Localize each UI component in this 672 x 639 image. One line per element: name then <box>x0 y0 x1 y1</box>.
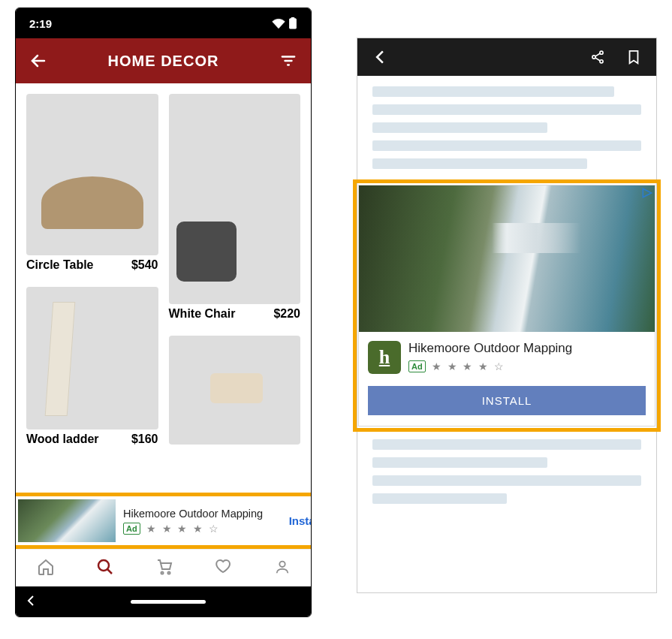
text-placeholder <box>372 104 641 115</box>
share-button[interactable] <box>586 45 610 69</box>
ad-rating: ★ ★ ★ ★ ☆ <box>432 360 506 372</box>
product-card[interactable]: Wood ladder $160 <box>26 287 158 446</box>
svg-point-2 <box>98 560 109 571</box>
adchoices-icon[interactable] <box>641 187 653 199</box>
product-image <box>26 94 158 255</box>
android-nav-bar <box>16 586 311 616</box>
status-time: 2:19 <box>29 17 52 30</box>
phone-right: h Hikemoore Outdoor Mapping Ad ★ ★ ★ ★ ☆… <box>357 38 657 593</box>
ad-app-icon: h <box>368 341 401 374</box>
product-grid[interactable]: Circle Table $540 Wood ladder $160 <box>16 83 311 493</box>
ad-title: Hikemoore Outdoor Mapping <box>123 508 282 520</box>
phone-left: 2:19 HOME DECOR Circle Table $540 <box>15 8 312 617</box>
text-placeholder <box>372 493 507 504</box>
product-name: Wood ladder <box>26 433 99 446</box>
text-placeholder <box>372 122 547 133</box>
product-name: White Chair <box>169 307 236 321</box>
status-bar: 2:19 <box>16 8 311 38</box>
product-price: $160 <box>131 433 158 446</box>
wifi-icon <box>272 18 285 29</box>
system-home-pill[interactable] <box>131 600 206 604</box>
svg-rect-1 <box>291 17 294 19</box>
system-back[interactable] <box>26 594 35 610</box>
install-button[interactable]: INSTALL <box>368 386 646 415</box>
nav-favorites[interactable] <box>215 558 233 579</box>
product-image <box>169 94 301 304</box>
article-app-bar <box>357 38 656 76</box>
product-card[interactable]: Circle Table $540 <box>26 94 158 272</box>
page-title: HOME DECOR <box>108 53 219 70</box>
ad-rating: ★ ★ ★ ★ ☆ <box>146 523 221 535</box>
inline-ad[interactable]: h Hikemoore Outdoor Mapping Ad ★ ★ ★ ★ ☆… <box>358 185 655 427</box>
svg-point-3 <box>161 571 163 574</box>
nav-search[interactable] <box>96 558 114 579</box>
product-image <box>169 336 301 445</box>
text-placeholder <box>372 439 641 450</box>
product-price: $220 <box>273 307 300 321</box>
status-icons <box>272 17 297 29</box>
svg-point-5 <box>279 561 285 566</box>
install-link[interactable]: Install <box>289 514 312 527</box>
svg-rect-0 <box>290 19 297 29</box>
ad-image <box>18 499 116 542</box>
text-placeholder <box>372 86 614 97</box>
back-button[interactable] <box>368 45 392 69</box>
product-image <box>26 287 158 430</box>
product-card[interactable]: White Chair $220 <box>169 94 301 321</box>
battery-icon <box>288 17 297 29</box>
product-price: $540 <box>131 258 158 272</box>
svg-point-4 <box>167 571 170 574</box>
text-placeholder <box>372 475 641 486</box>
ad-body: Hikemoore Outdoor Mapping Ad ★ ★ ★ ★ ☆ <box>123 508 282 535</box>
nav-profile[interactable] <box>274 559 291 578</box>
ad-badge: Ad <box>123 523 140 535</box>
text-placeholder <box>372 158 587 169</box>
product-name: Circle Table <box>26 258 94 272</box>
bottom-nav <box>16 549 311 586</box>
ad-title: Hikemoore Outdoor Mapping <box>408 341 572 356</box>
text-placeholder <box>372 140 641 151</box>
text-placeholder <box>372 457 547 468</box>
product-card[interactable] <box>169 336 301 445</box>
article-body-top <box>357 76 656 179</box>
ad-hero-image <box>359 185 655 332</box>
inline-ad-highlight: h Hikemoore Outdoor Mapping Ad ★ ★ ★ ★ ☆… <box>353 179 661 432</box>
nav-cart[interactable] <box>155 558 173 579</box>
banner-ad[interactable]: Hikemoore Outdoor Mapping Ad ★ ★ ★ ★ ☆ I… <box>15 493 312 549</box>
nav-home[interactable] <box>37 558 55 579</box>
back-button[interactable] <box>26 49 50 73</box>
ad-badge: Ad <box>408 360 426 372</box>
bookmark-button[interactable] <box>622 45 646 69</box>
article-body-bottom <box>357 432 656 516</box>
app-bar: HOME DECOR <box>16 38 311 83</box>
filter-button[interactable] <box>276 49 300 73</box>
